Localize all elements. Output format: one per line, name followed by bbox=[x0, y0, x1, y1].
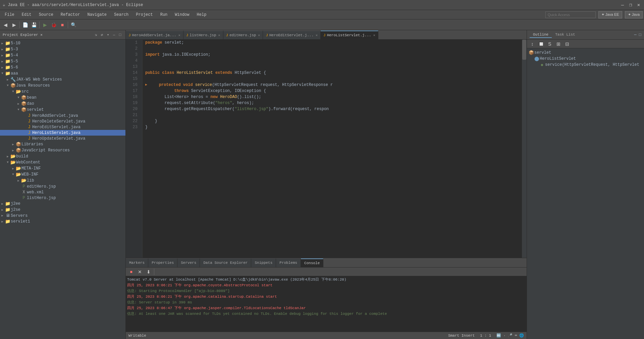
tree-item[interactable]: ▶📂lib bbox=[0, 178, 125, 184]
tree-item[interactable]: ▶📂build bbox=[0, 153, 125, 159]
tree-item[interactable]: ▶📁j2se bbox=[0, 207, 125, 213]
bottom-tab[interactable]: Console bbox=[301, 258, 323, 267]
tab-close-button[interactable]: ✕ bbox=[258, 33, 260, 37]
console-clear[interactable]: ✕ bbox=[136, 268, 144, 276]
outline-collapse[interactable]: ⊟ bbox=[563, 40, 571, 48]
toolbar-fwd[interactable]: ▶ bbox=[10, 21, 18, 29]
bottom-tabs: MarkersPropertiesServersData Source Expl… bbox=[126, 258, 527, 268]
tab-close-button[interactable]: ✕ bbox=[373, 33, 375, 37]
tree-icon: 📦 bbox=[10, 83, 16, 88]
toolbar-search[interactable]: 🔍 bbox=[69, 21, 77, 29]
menu-project[interactable]: Project bbox=[132, 11, 156, 18]
editor-content[interactable]: 12341314151617181920212223 package servl… bbox=[126, 40, 527, 258]
menu-source[interactable]: Source bbox=[36, 11, 57, 18]
toolbar-debug[interactable]: 🐞 bbox=[50, 21, 58, 29]
task-list-tab[interactable]: Task List bbox=[552, 32, 578, 38]
editor-vscroll[interactable] bbox=[522, 40, 526, 60]
outline-item[interactable]: 📦servlet bbox=[527, 50, 644, 56]
outline-hide-fields[interactable]: 🔲 bbox=[537, 40, 545, 48]
tree-item[interactable]: ▼📂WEB-INF bbox=[0, 172, 125, 178]
tree-item[interactable]: ▶📦dao bbox=[0, 101, 125, 107]
outline-hide-static[interactable]: S bbox=[546, 40, 554, 48]
tree-item[interactable]: ▼📂src bbox=[0, 89, 125, 95]
close-button[interactable]: ✕ bbox=[636, 2, 641, 8]
tree-item[interactable]: ▼📦Java Resources bbox=[0, 83, 125, 89]
tree-item[interactable]: PlistHero.jsp bbox=[0, 195, 125, 201]
menu-window[interactable]: Window bbox=[171, 11, 193, 18]
tree-item[interactable]: JHeroListServlet.java bbox=[0, 130, 125, 136]
console-stop[interactable]: ■ bbox=[127, 268, 135, 276]
tab-close-button[interactable]: ✕ bbox=[316, 33, 318, 37]
editor-scrollbar[interactable] bbox=[522, 40, 527, 258]
menu-search[interactable]: Search bbox=[111, 11, 132, 18]
outline-minimize[interactable]: — bbox=[634, 33, 636, 37]
tab-close-button[interactable]: ✕ bbox=[178, 33, 180, 37]
toolbar-stop[interactable]: ■ bbox=[58, 21, 66, 29]
minimize-panel-icon[interactable]: — bbox=[111, 32, 117, 38]
menu-edit[interactable]: Edit bbox=[18, 11, 35, 18]
quick-access-input[interactable] bbox=[545, 11, 596, 18]
tree-item[interactable]: ▶📁servlet1 bbox=[0, 219, 125, 225]
tree-item[interactable]: ▶📦JavaScript Resources bbox=[0, 147, 125, 153]
bottom-tab[interactable]: Markers bbox=[126, 258, 148, 267]
maximize-button[interactable]: ❐ bbox=[628, 2, 633, 8]
menu-refactor[interactable]: Refactor bbox=[57, 11, 84, 18]
collapse-all-icon[interactable]: ⇲ bbox=[93, 32, 99, 38]
tree-item[interactable]: ▶📁5-4 bbox=[0, 52, 125, 58]
tree-item[interactable]: ▶📦Libraries bbox=[0, 141, 125, 147]
menu-navigate[interactable]: Navigate bbox=[84, 11, 110, 18]
editor-tab[interactable]: JeditHero.jsp✕ bbox=[223, 31, 263, 39]
tree-item[interactable]: ▶📂META-INF bbox=[0, 165, 125, 172]
bottom-tab[interactable]: Snippets bbox=[251, 258, 276, 267]
tree-item[interactable]: ▶📁5-3 bbox=[0, 46, 125, 52]
view-menu-icon[interactable]: ▾ bbox=[105, 32, 111, 38]
tree-item[interactable]: ▼📂WebContent bbox=[0, 159, 125, 165]
tree-item[interactable]: ▶📁5-5 bbox=[0, 58, 125, 64]
tree-item[interactable]: ▼📦bean bbox=[0, 95, 125, 101]
code-line: } bbox=[145, 124, 519, 130]
console-content[interactable]: Tomcat v7.0 Server at localhost [Apache … bbox=[126, 276, 527, 332]
outline-expand[interactable]: ⊞ bbox=[554, 40, 562, 48]
editor-tab[interactable]: JHeroListServlet.j...✕ bbox=[321, 31, 378, 39]
minimize-button[interactable]: — bbox=[620, 2, 625, 8]
toolbar-save[interactable]: 💾 bbox=[30, 21, 38, 29]
console-scroll[interactable]: ⬇ bbox=[145, 268, 153, 276]
outline-item[interactable]: ◆service(HttpServletRequest, HttpServlet bbox=[527, 62, 644, 68]
tree-item[interactable]: ▼📦servlet bbox=[0, 107, 125, 113]
tab-close-button[interactable]: ✕ bbox=[218, 33, 220, 37]
perspective-java[interactable]: ✦ Java bbox=[625, 11, 643, 18]
toolbar-new[interactable]: 📄 bbox=[21, 21, 29, 29]
tree-item[interactable]: JHeroEditServlet.java bbox=[0, 124, 125, 130]
menu-file[interactable]: File bbox=[1, 11, 18, 18]
perspective-javaee[interactable]: ✦ Java EE bbox=[598, 11, 622, 18]
bottom-tab[interactable]: Problems bbox=[276, 258, 301, 267]
outline-tab[interactable]: Outline bbox=[530, 32, 552, 38]
tree-item[interactable]: ▶📁j2ee bbox=[0, 201, 125, 207]
tree-item[interactable]: JHeroAddServlet.java bbox=[0, 113, 125, 118]
maximize-panel-icon[interactable]: □ bbox=[117, 32, 123, 38]
outline-sort[interactable]: ↕ bbox=[528, 40, 536, 48]
editor-tab[interactable]: JlistHero.jsp✕ bbox=[183, 31, 223, 39]
bottom-tab[interactable]: Data Source Explorer bbox=[200, 258, 251, 267]
outline-item[interactable]: ⬤HeroListServlet bbox=[527, 56, 644, 62]
tree-item[interactable]: ▶📁5-10 bbox=[0, 40, 125, 46]
tree-item[interactable]: ▼📁aaa bbox=[0, 70, 125, 77]
bottom-tab[interactable]: Servers bbox=[177, 258, 200, 267]
editor-tab[interactable]: JHeroEditServlet.j...✕ bbox=[263, 31, 321, 39]
tree-item[interactable]: ▶📁5-6 bbox=[0, 64, 125, 70]
tree-item[interactable]: ▶🔧JAX-WS Web Services bbox=[0, 77, 125, 83]
outline-maximize[interactable]: □ bbox=[639, 33, 641, 37]
bottom-tab[interactable]: Properties bbox=[148, 258, 177, 267]
link-with-editor-icon[interactable]: ⇄ bbox=[99, 32, 105, 38]
code-area[interactable]: package servlet;import java.io.IOExcepti… bbox=[143, 40, 522, 258]
toolbar-run[interactable]: ▶ bbox=[41, 21, 49, 29]
toolbar-back[interactable]: ◀ bbox=[1, 21, 9, 29]
tree-item[interactable]: JHeroDeleteServlet.java bbox=[0, 118, 125, 124]
tree-item[interactable]: Xweb.xml bbox=[0, 189, 125, 195]
tree-item[interactable]: PeditHero.jsp bbox=[0, 184, 125, 189]
tree-item[interactable]: JHeroUpdateServlet.java bbox=[0, 136, 125, 141]
menu-run[interactable]: Run bbox=[157, 11, 171, 18]
tree-item[interactable]: ▶🖥Servers bbox=[0, 213, 125, 219]
menu-help[interactable]: Help bbox=[194, 11, 210, 18]
editor-tab[interactable]: JHeroAddServlet.ja...✕ bbox=[126, 31, 183, 39]
